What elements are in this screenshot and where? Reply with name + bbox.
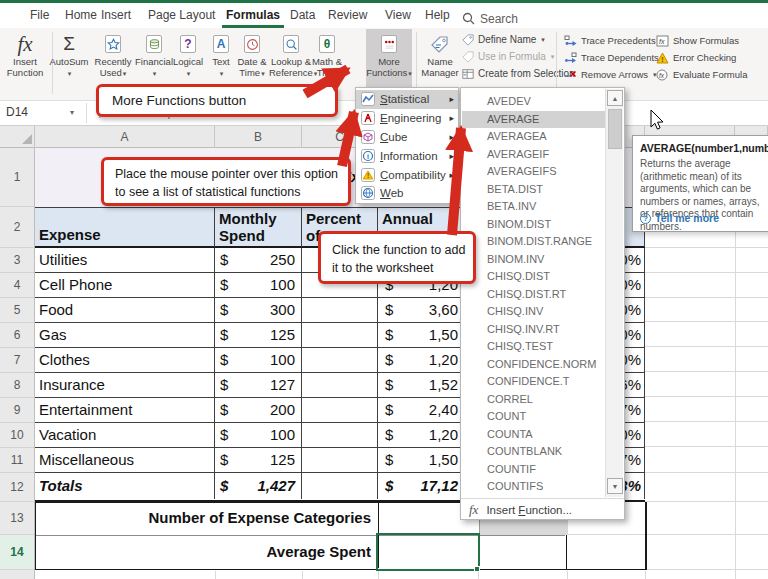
function-item[interactable]: AVERAGEIFS [462, 163, 606, 181]
ribbon-tab[interactable]: Home [61, 3, 101, 28]
ribbon-tab[interactable]: Help [421, 3, 454, 28]
row-header[interactable]: 13 [0, 502, 34, 535]
namebox-dropdown-icon[interactable]: ▾ [70, 108, 74, 117]
trace-precedents-button[interactable]: Trace Precedents [564, 32, 656, 49]
autosum-button[interactable]: Σ AutoSum ▾ [47, 29, 91, 89]
selected-cell-d14[interactable] [376, 533, 480, 571]
select-all-corner[interactable] [0, 126, 35, 148]
function-item[interactable]: COUNTIFS [462, 478, 606, 496]
remove-arrows-button[interactable]: Remove Arrows▾ [564, 66, 657, 83]
ribbon-tab[interactable]: View [381, 3, 415, 28]
math-trig-button[interactable]: θ Math & Trig▾ [306, 29, 348, 89]
scroll-down-icon[interactable]: ▼ [607, 478, 623, 494]
ribbon-tab[interactable]: File [26, 3, 53, 28]
totals-monthly-cell[interactable]: $1,427 [215, 473, 302, 499]
function-item[interactable]: CHISQ.INV.RT [462, 321, 606, 339]
function-item[interactable]: CHISQ.TEST [462, 338, 606, 356]
row-header[interactable]: 8 [0, 373, 34, 398]
function-item[interactable]: AVERAGEA [462, 128, 606, 146]
create-from-selection-button[interactable]: Create from Selection [462, 65, 575, 82]
function-item[interactable]: COUNTA [462, 426, 606, 444]
name-box[interactable]: D14 [6, 105, 68, 119]
menu-item-cube[interactable]: Cube ▸ [356, 128, 458, 147]
monthly-spend-cell[interactable]: $200 [215, 398, 302, 422]
function-item[interactable]: AVERAGE [462, 111, 606, 129]
expense-name-cell[interactable]: Insurance [35, 373, 215, 397]
expense-name-cell[interactable]: Utilities [35, 248, 215, 272]
function-item[interactable]: COUNTBLANK [462, 443, 606, 461]
row-header[interactable]: 5 [0, 298, 34, 323]
ribbon-tab[interactable]: Formulas [222, 3, 284, 28]
use-in-formula-button[interactable]: Use in Formula▾ [462, 48, 554, 65]
percent-cell[interactable] [302, 348, 378, 372]
insert-function-button[interactable]: fx Insert Function [2, 29, 48, 89]
percent-cell[interactable] [302, 423, 378, 447]
function-item[interactable]: COUNTIF [462, 461, 606, 479]
function-item[interactable]: BETA.INV [462, 198, 606, 216]
expense-name-cell[interactable]: Clothes [35, 348, 215, 372]
monthly-spend-cell[interactable]: $127 [215, 373, 302, 397]
expense-name-cell[interactable]: Food [35, 298, 215, 322]
scrollbar-thumb[interactable] [608, 109, 622, 149]
monthly-spend-cell[interactable]: $300 [215, 298, 302, 322]
column-header-a[interactable]: A [35, 126, 215, 148]
more-functions-button[interactable]: More Functions▾ [366, 29, 412, 87]
function-item[interactable]: BINOM.DIST.RANGE [462, 233, 606, 251]
function-item[interactable]: BINOM.DIST [462, 216, 606, 234]
function-item[interactable]: AVEDEV [462, 93, 606, 111]
date-time-button[interactable]: Date & Time▾ [231, 29, 273, 89]
percent-cell[interactable] [302, 373, 378, 397]
function-item[interactable]: BINOM.INV [462, 251, 606, 269]
scroll-up-icon[interactable]: ▲ [607, 90, 623, 106]
menu-item-compatibility[interactable]: ! Compatibility ▸ [356, 165, 458, 184]
function-item[interactable]: AVERAGEIF [462, 146, 606, 164]
row-header-selected[interactable]: 14 [0, 535, 34, 570]
expense-name-cell[interactable]: Entertainment [35, 398, 215, 422]
row-header[interactable]: 3 [0, 248, 34, 273]
menu-item-engineering[interactable]: Engineering ▸ [356, 109, 458, 128]
function-item[interactable]: CONFIDENCE.T [462, 373, 606, 391]
percent-cell[interactable] [302, 398, 378, 422]
ribbon-tab[interactable]: Page Layout [144, 3, 219, 28]
row-header[interactable]: 1 [0, 148, 34, 207]
row-header[interactable]: 4 [0, 273, 34, 298]
define-name-button[interactable]: Define Name▾ [462, 31, 545, 48]
menu-item-statistical[interactable]: Statistical ▸ [356, 90, 458, 109]
expense-name-cell[interactable]: Miscellaneous [35, 448, 215, 472]
row-header[interactable]: 2 [0, 207, 34, 248]
error-checking-button[interactable]: ! Error Checking [656, 49, 736, 66]
recently-used-button[interactable]: Recently Used▾ [92, 29, 134, 89]
function-item[interactable]: CHISQ.DIST [462, 268, 606, 286]
function-item[interactable]: CHISQ.DIST.RT [462, 286, 606, 304]
insert-function-menu-item[interactable]: fx Insert Function... [461, 500, 624, 520]
expense-name-cell[interactable]: Gas [35, 323, 215, 347]
monthly-spend-cell[interactable]: $100 [215, 273, 302, 297]
monthly-spend-cell[interactable]: $250 [215, 248, 302, 272]
percent-cell[interactable] [302, 323, 378, 347]
menu-item-web[interactable]: Web [356, 184, 458, 203]
fill-handle[interactable] [474, 566, 480, 572]
function-item[interactable]: CHISQ.INV [462, 303, 606, 321]
column-header-b[interactable]: B [215, 126, 302, 148]
function-item[interactable]: COUNT [462, 408, 606, 426]
name-manager-button[interactable]: Name Manager [418, 29, 462, 89]
evaluate-formula-button[interactable]: fx Evaluate Formula [656, 66, 747, 83]
row-header[interactable]: 11 [0, 448, 34, 473]
row-header[interactable]: 6 [0, 323, 34, 348]
tell-me-more-link[interactable]: ? Tell me more [640, 212, 719, 224]
expense-name-cell[interactable]: Vacation [35, 423, 215, 447]
totals-label-cell[interactable]: Totals [35, 473, 215, 499]
percent-cell[interactable] [302, 298, 378, 322]
function-item[interactable]: CONFIDENCE.NORM [462, 356, 606, 374]
cell[interactable] [302, 473, 378, 499]
monthly-spend-cell[interactable]: $125 [215, 323, 302, 347]
percent-cell[interactable] [302, 448, 378, 472]
row-header[interactable]: 10 [0, 423, 34, 448]
ribbon-tab[interactable]: Insert [97, 3, 135, 28]
row-header[interactable]: 12 [0, 473, 34, 502]
monthly-spend-cell[interactable]: $100 [215, 423, 302, 447]
row-header[interactable]: 7 [0, 348, 34, 373]
ribbon-tab[interactable]: Data [286, 3, 319, 28]
monthly-spend-cell[interactable]: $100 [215, 348, 302, 372]
trace-dependents-button[interactable]: Trace Dependents [564, 49, 659, 66]
